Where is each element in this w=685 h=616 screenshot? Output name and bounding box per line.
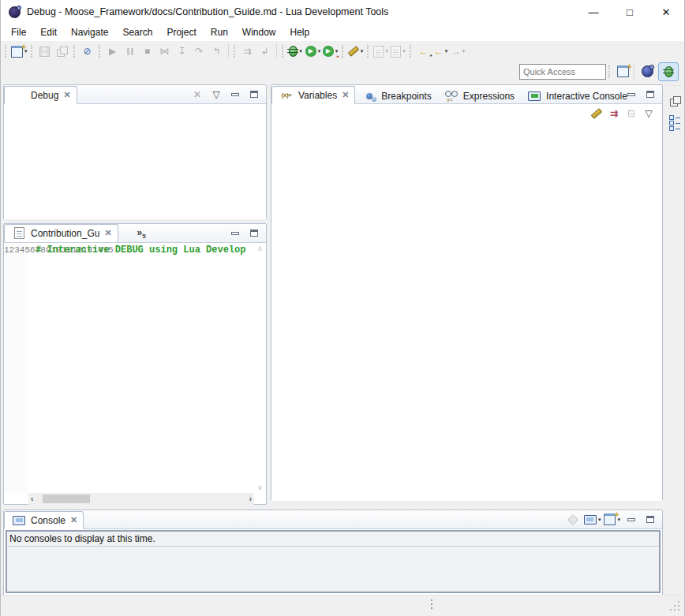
menu-navigate[interactable]: Navigate — [64, 25, 115, 39]
restore-view-button[interactable] — [667, 93, 683, 109]
toolbar-handle — [73, 45, 77, 58]
toolbar-handle — [608, 65, 612, 78]
close-icon[interactable]: ✕ — [70, 515, 77, 525]
debug-view-content[interactable] — [4, 104, 266, 219]
editor-view: Contribution_Gu✕ »5 12345678910111213141… — [3, 223, 267, 505]
separator — [634, 65, 634, 79]
terminate-button[interactable]: ■ — [140, 43, 155, 59]
menu-project[interactable]: Project — [159, 25, 203, 39]
save-button[interactable] — [37, 43, 53, 59]
scrollbar-thumb[interactable] — [43, 495, 90, 503]
show-type-names-button[interactable] — [589, 106, 605, 121]
open-console-button[interactable]: +▾ — [604, 512, 620, 528]
variables-icon: (x)= — [279, 88, 294, 103]
menu-run[interactable]: Run — [204, 25, 235, 39]
toolbar-handle — [410, 45, 413, 58]
view-menu-button[interactable]: ▽ — [208, 87, 224, 103]
line-number: 1 — [4, 245, 9, 255]
scroll-right-icon[interactable]: › — [249, 495, 252, 503]
menu-file[interactable]: File — [4, 25, 33, 39]
remove-all-terminated-button[interactable]: ✕ — [189, 87, 205, 103]
close-icon[interactable]: ✕ — [63, 90, 70, 100]
close-icon[interactable]: ✕ — [342, 90, 349, 100]
display-selected-console-button[interactable]: ▾ — [584, 512, 601, 528]
hidden-editors-chevron[interactable]: »5 — [137, 227, 146, 240]
maximize-button[interactable]: □ — [612, 0, 648, 24]
debug-button[interactable]: ▾ — [288, 43, 304, 59]
tab-label: Interactive Console — [546, 91, 627, 102]
disconnect-button[interactable]: ⋈ — [157, 43, 173, 59]
editor-line[interactable]: # Interactive DEBUG using Lua Develop — [32, 245, 245, 256]
minimize-view-button[interactable] — [623, 87, 639, 103]
menu-search[interactable]: Search — [115, 25, 159, 39]
application-window: Debug - Moose_Framework/docs/Contributio… — [0, 0, 685, 616]
console-content[interactable]: No consoles to display at this time. — [6, 530, 661, 593]
tab-label: Console — [31, 515, 66, 526]
window-resize-grip[interactable] — [678, 601, 679, 603]
back-button[interactable]: ←▾ — [433, 43, 449, 59]
tab-expressions[interactable]: x=Expressions — [437, 88, 520, 104]
close-button[interactable]: ✕ — [648, 0, 684, 24]
external-tools-button[interactable]: ▶▪▾ — [323, 43, 339, 59]
step-into-button[interactable]: ↧ — [174, 43, 190, 59]
minimize-view-button[interactable] — [227, 226, 243, 241]
tab-contribution-gu[interactable]: Contribution_Gu✕ — [4, 224, 118, 242]
new-wizard-button[interactable]: +▾ — [11, 43, 28, 59]
save-all-button[interactable] — [54, 43, 70, 59]
skip-all-breakpoints-button[interactable]: ⊘ — [80, 43, 95, 59]
variables-stack-view: (x)=Variables✕Breakpointsx=ExpressionsIn… — [271, 84, 663, 501]
variables-content[interactable] — [271, 123, 662, 501]
minimize-view-button[interactable] — [623, 512, 639, 528]
tab-interactive-console[interactable]: Interactive Console — [520, 88, 633, 104]
forward-button[interactable]: →▾ — [451, 43, 466, 59]
collapse-all-button[interactable]: ⊟ — [623, 106, 639, 121]
tab-label: Variables — [298, 90, 337, 101]
tab-label: Expressions — [463, 91, 515, 102]
statusbar-drag-handle[interactable] — [431, 599, 432, 601]
editor-text-area[interactable]: # Interactive DEBUG using Lua DevelopThe… — [28, 243, 254, 493]
run-button[interactable]: ▶▾ — [305, 43, 321, 59]
right-trim-bar: ···· — [666, 82, 683, 595]
show-logical-structures-button[interactable]: ⇉ — [606, 106, 622, 121]
quick-access-input[interactable] — [519, 64, 606, 80]
suspend-button[interactable] — [122, 43, 138, 59]
resume-button[interactable]: ▶ — [105, 43, 121, 59]
editor-vertical-scrollbar[interactable]: ∧ ∨ — [254, 243, 266, 493]
last-edit-location-button[interactable]: ←* — [416, 43, 432, 59]
open-task-button[interactable]: ▾ — [348, 43, 364, 59]
maximize-view-button[interactable] — [246, 226, 262, 241]
maximize-view-button[interactable] — [642, 87, 658, 103]
open-perspective-button[interactable]: + — [615, 63, 631, 79]
tab-variables[interactable]: (x)=Variables✕ — [271, 86, 355, 104]
drop-to-frame-button[interactable]: ↲ — [257, 43, 273, 59]
tab-console[interactable]: Console✕ — [4, 511, 84, 529]
tab-debug[interactable]: Debug✕ — [4, 86, 77, 104]
scroll-up-icon[interactable]: ∧ — [257, 245, 263, 252]
step-over-button[interactable]: ↷ — [192, 43, 208, 59]
interactive-console-icon — [526, 88, 542, 104]
close-icon[interactable]: ✕ — [104, 228, 111, 238]
outline-view-button[interactable] — [667, 115, 683, 131]
pin-console-button[interactable] — [565, 512, 581, 528]
scroll-left-icon[interactable]: ‹ — [31, 495, 33, 503]
step-return-button[interactable]: ↰ — [209, 43, 225, 59]
console-header: Console✕ ▾+▾ — [4, 510, 662, 529]
lua-perspective-button[interactable] — [638, 63, 657, 80]
maximize-view-button[interactable] — [246, 87, 262, 103]
open-element-button[interactable]: ▾ — [391, 43, 406, 59]
scroll-down-icon[interactable]: ∨ — [257, 483, 263, 491]
editor-horizontal-scrollbar[interactable]: ‹ › — [28, 493, 254, 505]
new-lua-file-button[interactable]: ▾ — [373, 43, 389, 59]
tab-breakpoints[interactable]: Breakpoints — [355, 88, 436, 104]
maximize-view-button[interactable] — [642, 512, 658, 528]
menu-help[interactable]: Help — [283, 25, 317, 39]
minimize-view-button[interactable] — [227, 87, 243, 103]
use-step-filters-button[interactable]: ⇉ — [240, 43, 256, 59]
window-controls: —□✕ — [575, 0, 684, 24]
menu-window[interactable]: Window — [235, 25, 283, 39]
debug-perspective-button[interactable] — [658, 62, 679, 81]
minimize-button[interactable]: — — [575, 0, 612, 24]
view-menu-button[interactable]: ▽ — [641, 106, 657, 121]
menu-edit[interactable]: Edit — [33, 25, 64, 39]
markdown-file-icon — [11, 226, 27, 241]
